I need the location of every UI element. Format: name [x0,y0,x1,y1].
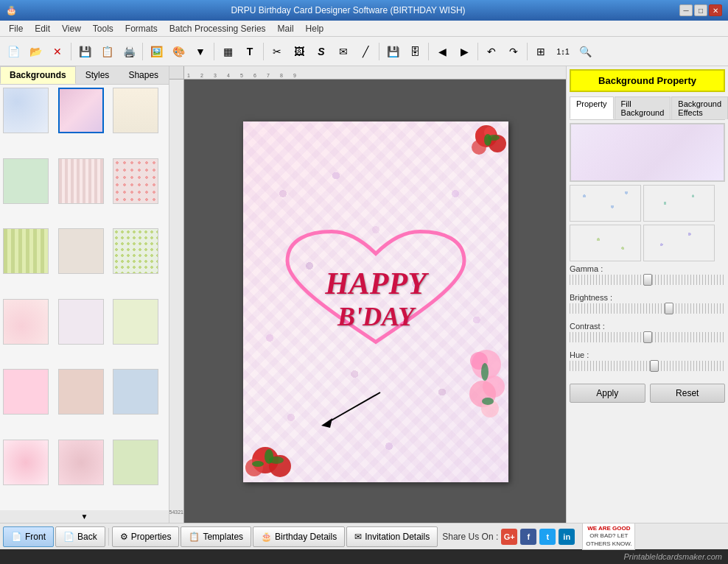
right-tab-fill[interactable]: Fill Background [615,96,671,119]
scroll-down[interactable]: ▼ [0,510,169,523]
minimize-button[interactable]: ─ [679,4,693,16]
menu-tools[interactable]: Tools [87,22,119,35]
share-google[interactable]: G+ [501,529,517,545]
svg-marker-22 [321,418,332,428]
title-bar: 🎂 DRPU Birthday Card Designer Software (… [0,0,728,21]
close-button[interactable]: ✕ [709,4,722,16]
reset-button[interactable]: Reset [650,384,726,403]
ruler-vertical: 1 2 3 4 5 6 7 8 [169,80,184,523]
toolbar-dropdown[interactable]: ▼ [190,41,211,62]
status-properties-button[interactable]: ⚙ Properties [112,526,180,547]
bg-thumb-8[interactable] [58,228,104,274]
toolbar-color[interactable]: 🎨 [168,41,189,62]
bg-thumb-9[interactable] [113,228,158,274]
bg-large-preview[interactable] [570,123,725,182]
bg-thumb-1[interactable] [3,88,49,133]
contrast-slider[interactable] [570,332,725,342]
toolbar-rotate-l[interactable]: ↶ [481,41,502,62]
toolbar-sep6 [428,43,429,60]
bg-small-3[interactable] [570,225,641,261]
window-controls: ─ □ ✕ [679,4,722,16]
hue-slider[interactable] [570,361,725,371]
bg-thumb-3[interactable] [113,88,158,133]
bg-small-2[interactable] [643,185,715,222]
toolbar-save[interactable]: 💾 [74,41,95,62]
toolbar-grid[interactable]: ⊞ [531,41,551,62]
bg-thumb-17[interactable] [58,440,104,485]
toolbar-print[interactable]: 🖨️ [119,41,139,62]
bg-thumb-12[interactable] [113,299,158,345]
card-canvas: HAPPY B'DAY [189,84,563,520]
right-tab-effects[interactable]: Background Effects [671,96,728,119]
toolbar-open[interactable]: 📂 [25,41,46,62]
status-birthday-button[interactable]: 🎂 Birthday Details [253,526,345,547]
tab-styles[interactable]: Styles [76,66,119,84]
share-facebook[interactable]: f [520,529,536,545]
status-templates-button[interactable]: 📋 Templates [181,526,251,547]
status-front-button[interactable]: 📄 Front [3,526,54,547]
toolbar-left-arrow[interactable]: ◀ [432,41,452,62]
apply-button[interactable]: Apply [570,384,645,403]
menu-file[interactable]: File [3,22,29,35]
bg-thumb-13[interactable] [3,369,49,415]
bg-thumb-11[interactable] [58,299,104,345]
brightness-slider[interactable] [570,303,725,314]
toolbar-new[interactable]: 📄 [3,41,24,62]
bg-thumb-2[interactable] [58,88,104,133]
maximize-button[interactable]: □ [694,4,707,16]
toolbar-db[interactable]: 🗄 [405,41,425,62]
menu-mail[interactable]: Mail [272,22,300,35]
main-content: Backgrounds Styles Shapes [0,66,728,523]
toolbar-s-icon[interactable]: S [311,41,332,62]
toolbar-clip[interactable]: ✂ [267,41,287,62]
footer: PrintableIdcardsmaker.com [0,549,728,564]
toolbar-barcode[interactable]: ▦ [217,41,238,62]
invitation-label: Invitation Details [365,532,430,542]
bg-property-button[interactable]: Background Property [570,69,725,92]
toolbar-bg[interactable]: 🖼️ [146,41,167,62]
bg-thumb-14[interactable] [58,369,104,415]
tab-backgrounds[interactable]: Backgrounds [0,66,76,84]
bg-thumb-15[interactable] [113,369,158,415]
toolbar-mail[interactable]: ✉ [333,41,354,62]
bg-small-1[interactable] [570,185,641,222]
status-back-button[interactable]: 📄 Back [55,526,105,547]
front-label: Front [25,532,46,542]
toolbar-save-as[interactable]: 📋 [97,41,117,62]
bg-thumb-16[interactable] [3,440,49,485]
bg-small-4[interactable] [643,225,715,261]
toolbar-delete[interactable]: ✕ [47,41,68,62]
rating-box[interactable]: WE ARE GOOD OR BAD? LET OTHERS KNOW. [582,523,635,550]
share-twitter[interactable]: t [539,529,556,545]
gamma-slider[interactable] [570,275,725,285]
menu-help[interactable]: Help [300,22,330,35]
toolbar-save2[interactable]: 💾 [382,41,403,62]
menu-formats[interactable]: Formats [119,22,164,35]
bg-thumb-6[interactable] [113,158,158,204]
bg-thumb-4[interactable] [3,158,49,204]
svg-point-19 [481,363,489,381]
bg-thumb-7[interactable] [3,228,49,274]
bg-thumb-18[interactable] [113,440,158,485]
menu-edit[interactable]: Edit [29,22,56,35]
right-tab-property[interactable]: Property [570,96,614,119]
menu-batch[interactable]: Batch Processing Series [164,22,272,35]
toolbar-right-arrow[interactable]: ▶ [454,41,475,62]
menu-view[interactable]: View [56,22,87,35]
share-linkedin[interactable]: in [559,529,575,545]
back-label: Back [77,532,97,542]
bg-thumb-10[interactable] [3,299,49,345]
tab-shapes[interactable]: Shapes [119,66,168,84]
bg-thumb-5[interactable] [58,158,104,204]
toolbar-line[interactable]: ╱ [355,41,376,62]
toolbar-text[interactable]: T [239,41,260,62]
toolbar-zoom[interactable]: 🔍 [575,41,595,62]
toolbar-page-num[interactable]: 1↕1 [553,41,573,62]
gamma-row: Gamma : [570,264,725,287]
canvas-area: 1 2 3 4 5 6 7 8 9 1 2 3 4 5 6 7 8 [169,66,566,523]
toolbar: 📄 📂 ✕ 💾 📋 🖨️ 🖼️ 🎨 ▼ ▦ T ✂ 🖼 S ✉ ╱ 💾 🗄 ◀ … [0,37,728,66]
svg-point-20 [482,398,494,405]
toolbar-rotate-r[interactable]: ↷ [503,41,524,62]
status-invitation-button[interactable]: ✉ Invitation Details [346,526,438,547]
toolbar-img[interactable]: 🖼 [289,41,309,62]
